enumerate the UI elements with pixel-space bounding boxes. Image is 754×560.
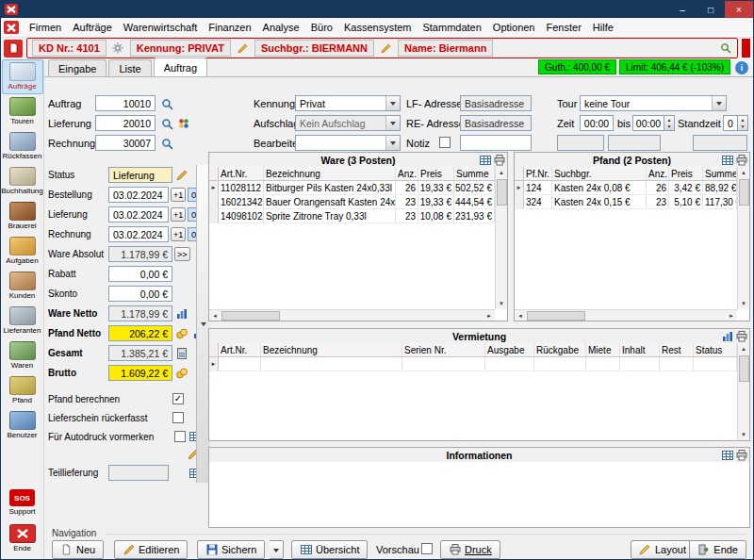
scroll-down-icon[interactable]: ▼ (738, 429, 749, 440)
sidebar-item-touren[interactable]: Touren (2, 94, 43, 129)
scroll-up-icon[interactable]: ▲ (738, 167, 749, 178)
table-row[interactable]: 16021342 Bauer Orangensaft Kasten 24x0,2… (209, 195, 495, 209)
rechnung-number-field[interactable]: 30007 (95, 135, 156, 151)
informationen-body[interactable] (209, 462, 749, 527)
status-field[interactable]: Lieferung (108, 167, 172, 183)
plus-one-button[interactable]: +1 (171, 227, 186, 241)
expand-button[interactable]: >> (174, 247, 190, 261)
scroll-thumb[interactable] (497, 179, 507, 206)
horizontal-scrollbar[interactable]: ◄ ► (209, 309, 495, 321)
rechnung-date-field[interactable]: 03.02.2024 (108, 226, 169, 242)
lieferschein-checkbox[interactable] (172, 412, 184, 423)
column-header[interactable]: Preis (669, 167, 703, 180)
gear-icon[interactable] (111, 41, 125, 56)
scroll-down-icon[interactable]: ▼ (738, 298, 749, 309)
menu-hilfe[interactable]: Hilfe (587, 18, 619, 37)
layout-button[interactable]: Layout (631, 540, 695, 559)
menu-kassensystem[interactable]: Kassensystem (338, 18, 418, 37)
chart-icon[interactable] (721, 330, 733, 342)
menu-warenwirtschaft[interactable]: Warenwirtschaft (118, 18, 203, 37)
chevron-down-icon[interactable] (712, 96, 726, 110)
scroll-thumb[interactable] (221, 311, 280, 321)
plus-one-button[interactable]: +1 (171, 207, 186, 222)
chart-icon[interactable] (174, 306, 189, 321)
coins-icon[interactable] (174, 326, 189, 341)
search-icon[interactable] (159, 136, 174, 151)
zeit-bis-stepper[interactable]: ▲▼ (664, 115, 675, 131)
sidebar-item-benutzer[interactable]: Benutzer (2, 408, 43, 443)
column-header[interactable]: Art.Nr. (219, 343, 261, 356)
scroll-thumb[interactable] (527, 311, 585, 321)
notiz-field[interactable] (460, 135, 532, 151)
close-button[interactable]: × (725, 1, 753, 18)
sidebar-item-brauerei[interactable]: Brauerei (2, 199, 43, 234)
printer-icon[interactable] (735, 154, 747, 166)
column-header[interactable]: Preis (418, 167, 454, 180)
vorschau-checkbox[interactable] (421, 543, 433, 554)
aufschlag-select[interactable]: Kein Aufschlag (295, 115, 401, 131)
sidebar-item-rueckfassen[interactable]: Rückfassen (2, 129, 43, 164)
table-icon[interactable] (721, 449, 733, 461)
rabatt-field[interactable]: 0,00 € (108, 266, 172, 282)
edit-pencil-icon[interactable] (174, 168, 189, 183)
sidebar-item-kunden[interactable]: Kunden (2, 269, 43, 304)
sidebar-item-buchhaltung[interactable]: Buchhaltung (2, 164, 43, 199)
column-header[interactable]: Status (694, 343, 737, 356)
neu-button[interactable]: Neu (52, 540, 104, 559)
customer-suchbgr-field[interactable]: Suchbgr.: BIERMANN (254, 40, 374, 57)
table-row[interactable]: ► 124 Kasten 24x 0,08 € 26 3,42 € 88,92 … (515, 181, 737, 195)
zeit-von-field[interactable]: 00:00 (580, 115, 614, 131)
ende-button[interactable]: Ende (689, 540, 746, 559)
printer-icon[interactable] (735, 330, 747, 342)
customer-name-field[interactable]: Name: Biermann (398, 40, 493, 57)
editieren-button[interactable]: Editieren (114, 540, 188, 559)
table-icon[interactable] (479, 154, 491, 166)
sidebar-item-pfand[interactable]: Pfand (2, 373, 43, 408)
sichern-dropdown-button[interactable] (270, 540, 284, 559)
chevron-down-icon[interactable] (385, 136, 400, 150)
column-header[interactable]: Rest (660, 343, 694, 356)
tour-select[interactable]: keine Tour (580, 95, 727, 111)
menu-firmen[interactable]: Firmen (24, 18, 67, 37)
uebersicht-button[interactable]: Übersicht (291, 540, 368, 559)
druck-button[interactable]: Druck (440, 540, 500, 559)
plus-one-button[interactable]: +1 (171, 188, 186, 202)
table-row[interactable]: ► (209, 357, 737, 371)
scroll-up-icon[interactable]: ▲ (496, 167, 507, 178)
column-header[interactable]: Inhalt (620, 343, 660, 356)
column-header[interactable]: Summe (703, 167, 737, 180)
table-icon[interactable] (721, 154, 733, 166)
vertical-scrollbar[interactable]: ▲ ▼ (737, 343, 749, 440)
sidebar-item-lieferanten[interactable]: Lieferanten (2, 304, 43, 338)
sidebar-item-auftraege[interactable]: Aufträge (2, 59, 43, 94)
table-row[interactable]: 324 Kasten 24x 0,15 € 23 5,10 € 117,30 € (515, 195, 737, 209)
menu-fenster[interactable]: Fenster (541, 18, 587, 37)
column-header[interactable]: Miete (586, 343, 620, 356)
menu-analyse[interactable]: Analyse (257, 18, 305, 37)
lieferung-number-field[interactable]: 20010 (95, 115, 156, 131)
sidebar-item-waren[interactable]: Waren (2, 338, 43, 373)
scroll-thumb[interactable] (739, 355, 749, 382)
maximize-button[interactable]: □ (697, 1, 725, 18)
column-header[interactable]: Serien Nr. (402, 343, 485, 356)
column-header[interactable]: Anz. (396, 167, 418, 180)
printer-icon[interactable] (735, 449, 747, 461)
search-icon[interactable] (159, 96, 174, 111)
teillieferung-select[interactable] (108, 465, 169, 481)
quick-zoom-icon[interactable] (718, 41, 732, 56)
tab-liste[interactable]: Liste (108, 59, 151, 76)
sidebar-item-support[interactable]: SOS Support (2, 486, 43, 521)
scroll-left-icon[interactable]: ◄ (515, 310, 526, 321)
printer-icon[interactable] (493, 154, 505, 166)
autodruck-checkbox[interactable] (174, 431, 186, 442)
tab-eingabe[interactable]: Eingabe (48, 59, 107, 76)
sichern-button[interactable]: Sichern (197, 540, 265, 559)
table-row[interactable]: ► 11028112 Bitburger Pils Kasten 24x0,33… (209, 181, 495, 195)
scroll-up-icon[interactable]: ▲ (738, 343, 749, 354)
column-header[interactable]: Anz. (647, 167, 669, 180)
edit-pencil-icon[interactable] (379, 41, 393, 56)
scroll-down-icon[interactable]: ▼ (496, 298, 507, 309)
edit-pencil-icon[interactable] (236, 41, 250, 56)
info-icon[interactable]: i (735, 61, 748, 74)
menu-optionen[interactable]: Optionen (487, 18, 541, 37)
